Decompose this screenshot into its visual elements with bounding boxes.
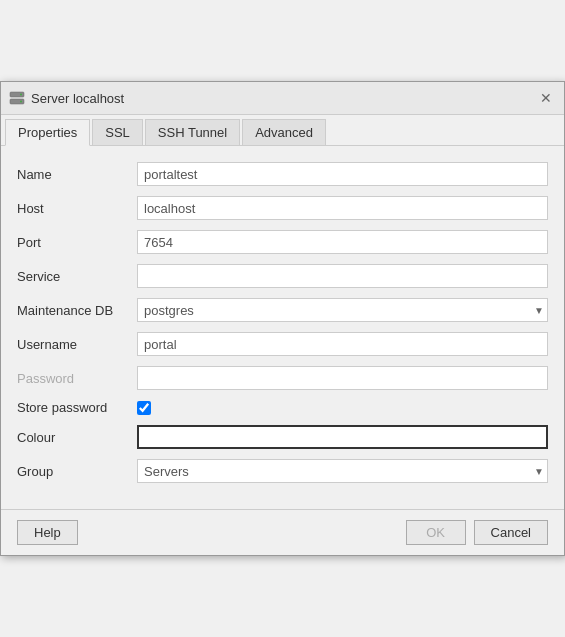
username-label: Username <box>17 337 137 352</box>
help-button[interactable]: Help <box>17 520 78 545</box>
maintenance-db-label: Maintenance DB <box>17 303 137 318</box>
password-row: Password <box>17 366 548 390</box>
footer-btn-group: OK Cancel <box>406 520 548 545</box>
tab-ssh-tunnel[interactable]: SSH Tunnel <box>145 119 240 145</box>
name-label: Name <box>17 167 137 182</box>
service-label: Service <box>17 269 137 284</box>
name-row: Name <box>17 162 548 186</box>
host-input[interactable] <box>137 196 548 220</box>
dialog-footer: Help OK Cancel <box>1 509 564 555</box>
username-row: Username <box>17 332 548 356</box>
service-input[interactable] <box>137 264 548 288</box>
host-label: Host <box>17 201 137 216</box>
tab-bar: Properties SSL SSH Tunnel Advanced <box>1 115 564 146</box>
store-password-label: Store password <box>17 400 137 415</box>
store-password-wrapper <box>137 401 151 415</box>
port-label: Port <box>17 235 137 250</box>
maintenance-db-wrapper: postgres ▼ <box>137 298 548 322</box>
colour-input[interactable] <box>137 425 548 449</box>
username-input[interactable] <box>137 332 548 356</box>
svg-point-3 <box>20 101 22 103</box>
dialog-title: Server localhost <box>31 91 124 106</box>
tab-properties[interactable]: Properties <box>5 119 90 146</box>
name-input[interactable] <box>137 162 548 186</box>
server-dialog: Server localhost ✕ Properties SSL SSH Tu… <box>0 81 565 556</box>
group-row: Group Servers ▼ <box>17 459 548 483</box>
maintenance-db-row: Maintenance DB postgres ▼ <box>17 298 548 322</box>
maintenance-db-select[interactable]: postgres <box>137 298 548 322</box>
colour-label: Colour <box>17 430 137 445</box>
password-label: Password <box>17 371 137 386</box>
password-input[interactable] <box>137 366 548 390</box>
close-button[interactable]: ✕ <box>536 88 556 108</box>
host-row: Host <box>17 196 548 220</box>
port-row: Port <box>17 230 548 254</box>
tab-advanced[interactable]: Advanced <box>242 119 326 145</box>
form-content: Name Host Port Service Maintenance DB po… <box>1 146 564 509</box>
port-input[interactable] <box>137 230 548 254</box>
store-password-checkbox[interactable] <box>137 401 151 415</box>
service-row: Service <box>17 264 548 288</box>
cancel-button[interactable]: Cancel <box>474 520 548 545</box>
store-password-row: Store password <box>17 400 548 415</box>
colour-row: Colour <box>17 425 548 449</box>
group-select[interactable]: Servers <box>137 459 548 483</box>
group-label: Group <box>17 464 137 479</box>
svg-point-2 <box>20 94 22 96</box>
group-wrapper: Servers ▼ <box>137 459 548 483</box>
title-bar-left: Server localhost <box>9 90 124 106</box>
title-bar: Server localhost ✕ <box>1 82 564 115</box>
server-icon <box>9 90 25 106</box>
tab-ssl[interactable]: SSL <box>92 119 143 145</box>
ok-button[interactable]: OK <box>406 520 466 545</box>
